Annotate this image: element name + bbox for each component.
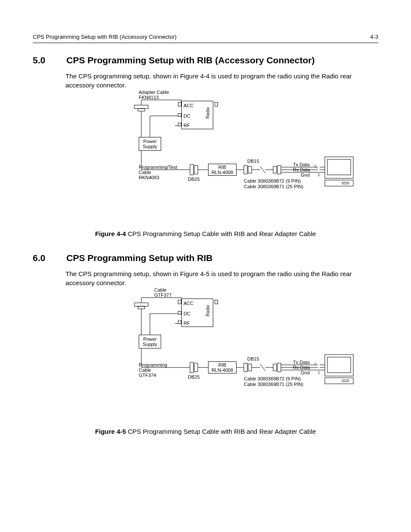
svg-rect-15 bbox=[194, 363, 198, 372]
radio-label: Radio bbox=[206, 305, 210, 316]
svg-rect-16 bbox=[244, 363, 247, 372]
section-6-title: CPS Programming Setup with RIB bbox=[66, 253, 213, 263]
acc-port-label: ACC bbox=[184, 301, 193, 306]
gnd-label: Gnd bbox=[301, 370, 310, 375]
section-6-number: 6.0 bbox=[33, 253, 53, 263]
rf-port-icon bbox=[178, 320, 181, 324]
db15-label: DB15 bbox=[247, 356, 259, 361]
power-supply-box: Power Supply bbox=[139, 335, 161, 348]
programming-cable-label: Programming Cable GTF374 bbox=[139, 362, 186, 378]
acc-port-icon bbox=[178, 102, 181, 106]
rf-port-label: RF bbox=[184, 123, 190, 128]
cable-25pin-label: Cable 3080369B71 (25 PIN) bbox=[244, 382, 303, 387]
acc-port-label: ACC bbox=[184, 103, 193, 108]
svg-rect-3 bbox=[194, 165, 198, 174]
dc-port-label: DC bbox=[184, 113, 190, 118]
figure-4-4-caption: Figure 4-4 CPS Programming Setup Cable w… bbox=[33, 230, 378, 237]
dc-port-icon bbox=[178, 311, 181, 314]
svg-rect-5 bbox=[248, 166, 252, 173]
svg-rect-9 bbox=[327, 159, 351, 175]
header-title: CPS Programming Setup with RIB (Accessor… bbox=[33, 34, 177, 40]
power-supply-box: Power Supply bbox=[139, 137, 161, 151]
cable-25pin-label: Cable 3080369B71 (25 PIN) bbox=[244, 184, 303, 189]
radio-box: ACC DC RF Radio bbox=[181, 299, 213, 327]
radio-label: Radio bbox=[206, 107, 210, 118]
section-5-body: The CPS programming setup, shown in Figu… bbox=[65, 72, 378, 90]
gnd-label: Gnd bbox=[301, 172, 310, 177]
svg-rect-17 bbox=[248, 364, 252, 371]
svg-rect-12 bbox=[134, 303, 148, 306]
svg-rect-14 bbox=[190, 362, 193, 373]
svg-rect-21 bbox=[327, 357, 351, 373]
section-6-body: The CPS programming setup, shown in Figu… bbox=[65, 269, 378, 287]
page-header: CPS Programming Setup with RIB (Accessor… bbox=[33, 34, 378, 43]
svg-rect-19 bbox=[277, 363, 281, 372]
svg-rect-13 bbox=[138, 306, 145, 309]
figure-4-4-text: CPS Programming Setup Cable with RIB and… bbox=[128, 230, 316, 237]
cable-9pin-label: Cable 3080369B72 (9 PIN) bbox=[244, 178, 301, 184]
svg-rect-23 bbox=[342, 380, 349, 382]
svg-rect-11 bbox=[342, 182, 349, 184]
svg-rect-18 bbox=[273, 364, 277, 371]
db25-label: DB25 bbox=[188, 374, 200, 380]
acc-port-icon bbox=[178, 300, 181, 304]
rf-port-icon bbox=[178, 123, 181, 126]
svg-rect-1 bbox=[138, 109, 145, 111]
figure-4-5-caption: Figure 4-5 CPS Programming Setup Cable w… bbox=[33, 428, 378, 435]
figure-4-5-diagram: Cable GTF377 ACC DC RF Radio Power Suppl… bbox=[115, 290, 356, 389]
rf-port-label: RF bbox=[184, 320, 190, 326]
svg-rect-4 bbox=[244, 165, 247, 174]
header-page: 4-3 bbox=[370, 34, 378, 40]
rx-data-label: Rx Data bbox=[293, 167, 310, 172]
figure-4-4-diagram: Adapter Cable FKN8113 ACC DC RF Radio Po… bbox=[115, 92, 356, 191]
svg-rect-7 bbox=[277, 165, 281, 174]
adapter-cable-label: Adapter Cable FKN8113 bbox=[139, 90, 177, 100]
cable-9pin-label: Cable 3080369B72 (9 PIN) bbox=[244, 376, 301, 381]
dc-port-label: DC bbox=[184, 311, 190, 316]
svg-rect-2 bbox=[190, 165, 193, 175]
tx-data-label: Tx Data bbox=[293, 360, 310, 365]
figure-4-5-text: CPS Programming Setup Cable with RIB and… bbox=[128, 428, 316, 435]
section-5: 5.0 CPS Programming Setup with RIB (Acce… bbox=[33, 55, 378, 237]
db15-label: DB15 bbox=[247, 159, 259, 164]
rx-data-label: Rx Data bbox=[293, 365, 310, 370]
programming-cable-label: Programming/Test Cable RKN4083 bbox=[139, 165, 186, 180]
figure-4-5-label: Figure 4-5 bbox=[95, 428, 126, 435]
svg-rect-6 bbox=[273, 166, 277, 173]
tx-data-label: Tx Data bbox=[293, 162, 310, 167]
rib-box: RIB RLN-4008 bbox=[208, 361, 237, 373]
figure-4-4-label: Figure 4-4 bbox=[95, 230, 126, 237]
adapter-cable-label: Cable GTF377 bbox=[154, 287, 193, 298]
section-5-title: CPS Programming Setup with RIB (Accessor… bbox=[66, 55, 314, 65]
section-5-number: 5.0 bbox=[33, 55, 53, 65]
svg-rect-0 bbox=[134, 105, 148, 109]
db25-label: DB25 bbox=[188, 177, 200, 182]
radio-top-port-icon bbox=[215, 102, 218, 106]
radio-box: ACC DC RF Radio bbox=[181, 101, 213, 129]
rib-box: RIB RLN-4008 bbox=[208, 164, 237, 176]
dc-port-icon bbox=[178, 113, 181, 117]
radio-top-port-icon bbox=[215, 300, 218, 304]
section-6: 6.0 CPS Programming Setup with RIB The C… bbox=[33, 253, 378, 435]
